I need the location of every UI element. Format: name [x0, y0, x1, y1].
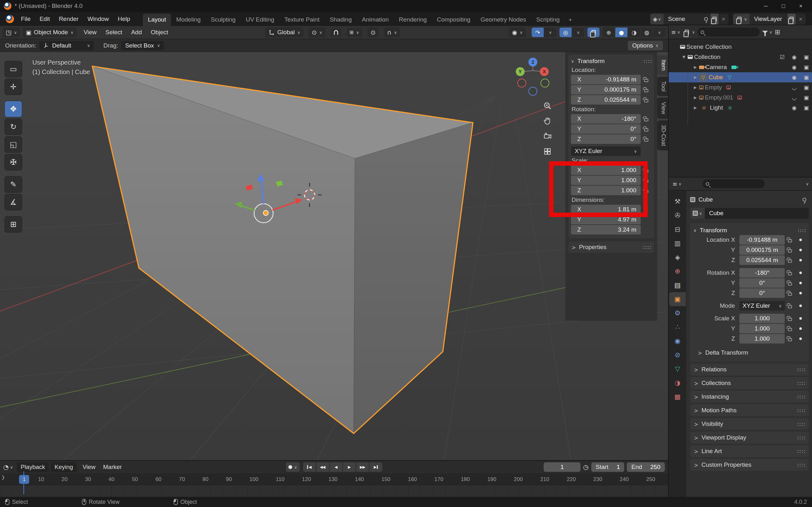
new-view-layer-button[interactable]	[788, 14, 796, 24]
animate-property-dot[interactable]	[799, 282, 802, 284]
disclosure-triangle-icon[interactable]: ▶	[692, 65, 699, 69]
object-name[interactable]: Scene Collection	[687, 43, 732, 50]
object-name[interactable]: Light	[710, 104, 723, 111]
transform-panel-header[interactable]: ∨ Transform	[571, 56, 652, 66]
workspace-tab[interactable]: Scripting	[531, 14, 565, 26]
property-field[interactable]: 0°∨	[740, 278, 785, 288]
hide-in-viewport-toggle[interactable]: ◉	[791, 74, 798, 80]
timeline-ruler[interactable]: 1 10203040506070809010011012013014015016…	[0, 473, 668, 486]
new-scene-button[interactable]	[711, 14, 718, 24]
property-field[interactable]: 0.025544 m∨	[740, 256, 785, 265]
workspace-tab[interactable]: Layout	[143, 14, 171, 26]
object-name[interactable]: Cube	[709, 74, 723, 81]
view-layer-name[interactable]: ViewLayer	[750, 15, 788, 22]
new-collection-button[interactable]: ⊞	[775, 28, 780, 36]
object-name[interactable]: Collection	[694, 54, 720, 60]
hide-in-viewport-toggle[interactable]: ◡	[791, 84, 798, 91]
unlock-icon[interactable]	[644, 89, 648, 92]
transport-button[interactable]: ◀	[329, 462, 342, 472]
unlock-icon[interactable]	[788, 338, 792, 341]
outliner-row[interactable]: ▼ Collection ☑ ◉ ▣	[669, 52, 812, 62]
tool-button[interactable]: ↻	[4, 118, 22, 135]
drag-selector[interactable]: Select Box∨	[121, 41, 164, 50]
maximize-button[interactable]: □	[782, 3, 785, 9]
proportional-editing-toggle[interactable]: ⊙	[367, 27, 379, 38]
toggle-orthographic-button[interactable]	[541, 145, 554, 158]
outliner-editor-type-button[interactable]: ≡∨	[671, 29, 680, 36]
view-layer-selector[interactable]: ∨ ViewLayer ×	[733, 14, 806, 24]
disclosure-triangle-icon[interactable]: ▶	[692, 85, 699, 90]
disclosure-triangle-icon[interactable]: ▶	[692, 106, 699, 110]
timeline-editor-type-button[interactable]: ◔∨	[3, 463, 13, 471]
outliner-row[interactable]: ▶ Camera ◉ ▣	[669, 62, 812, 72]
number-field[interactable]: X-180°	[571, 114, 641, 124]
properties-tab[interactable]: ⚒	[670, 194, 685, 209]
unlock-icon[interactable]	[788, 328, 792, 331]
tool-button[interactable]: ▭	[4, 61, 22, 77]
animate-property-dot[interactable]	[799, 292, 802, 294]
property-field[interactable]: XYZ Euler∨	[740, 301, 785, 311]
workspace-tab[interactable]: Rendering	[394, 14, 432, 26]
properties-tab[interactable]: ⊕	[670, 264, 685, 278]
nav-axis-x-neg[interactable]	[517, 78, 526, 88]
panel-grip-icon[interactable]	[797, 409, 805, 412]
workspace-tab[interactable]: Texture Paint	[279, 14, 324, 26]
properties-tab[interactable]: ⚙	[670, 306, 685, 320]
stopwatch-icon[interactable]: ◷	[583, 463, 589, 471]
nav-axis-x[interactable]: X	[540, 67, 549, 76]
transport-button[interactable]: ▶	[369, 462, 382, 472]
hide-in-viewport-toggle[interactable]: ◉	[791, 54, 798, 60]
show-overlays-toggle[interactable]: ◎	[560, 27, 571, 37]
transport-button[interactable]: ◀	[303, 462, 316, 472]
unlock-icon[interactable]	[644, 99, 648, 102]
outliner-row[interactable]: Scene Collection	[669, 42, 812, 52]
current-frame-field[interactable]: 1	[544, 462, 580, 472]
n-panel-tab[interactable]: View	[657, 98, 668, 119]
object-name[interactable]: Camera	[705, 64, 727, 71]
properties-tab[interactable]: ▤	[670, 278, 685, 292]
properties-tab[interactable]: ⊘	[670, 348, 685, 362]
workspace-tab[interactable]: UV Editing	[241, 14, 280, 26]
frame-start-field[interactable]: Start1	[591, 462, 624, 472]
transport-button[interactable]: ▶	[343, 462, 356, 472]
gizmo-dropdown[interactable]: ∨	[544, 27, 556, 37]
workspace-tab[interactable]: Shading	[324, 14, 357, 26]
current-frame-marker[interactable]: 1	[19, 475, 29, 484]
minimize-button[interactable]: ─	[764, 3, 768, 9]
unlock-icon[interactable]	[788, 292, 792, 296]
number-field[interactable]: Z3.24 m	[571, 225, 641, 234]
disable-in-renders-toggle[interactable]: ▣	[803, 54, 810, 60]
remove-view-layer-button[interactable]: ×	[796, 15, 806, 23]
object-name-field[interactable]: Cube	[705, 208, 809, 219]
workspace-tab[interactable]: Animation	[357, 14, 394, 26]
viewport-menu[interactable]: View	[79, 27, 101, 38]
n-panel-tab[interactable]: 3D-Coat	[657, 120, 668, 151]
snap-toggle[interactable]	[331, 29, 341, 37]
animate-property-dot[interactable]	[799, 337, 802, 340]
tool-button[interactable]: ◱	[4, 136, 22, 153]
panel-grip-icon[interactable]	[797, 422, 805, 426]
hide-in-viewport-toggle[interactable]: ◉	[791, 105, 798, 111]
property-field[interactable]: 1.000∨	[740, 314, 785, 323]
unlock-icon[interactable]	[644, 128, 648, 131]
viewport-menu[interactable]: Add	[126, 27, 146, 38]
pin-icon[interactable]	[704, 17, 708, 21]
object-id-icon[interactable]: ∨	[690, 208, 705, 219]
unlock-icon[interactable]	[788, 272, 792, 275]
properties-editor-type-button[interactable]: ≡∨	[672, 181, 681, 187]
pin-icon[interactable]	[803, 198, 806, 202]
unlock-icon[interactable]	[788, 239, 792, 242]
proportional-falloff-selector[interactable]: ∩∨	[384, 27, 400, 38]
tool-button[interactable]: ✠	[4, 154, 22, 170]
timeline-menu[interactable]: Marker	[99, 462, 125, 472]
viewport-3d[interactable]: User Perspective (1) Collection | Cube ▭…	[0, 52, 668, 460]
animate-property-dot[interactable]	[799, 259, 802, 262]
auto-keying-button[interactable]: ∨	[286, 462, 300, 472]
scene-selector[interactable]: ◈∨ Scene ×	[650, 14, 728, 24]
n-panel-tab[interactable]: Item	[657, 55, 668, 75]
collapsed-panel[interactable]: > Motion Paths	[690, 404, 809, 416]
outliner-row[interactable]: ▶ Empty ◡ ▣	[669, 82, 812, 93]
panel-grip-icon[interactable]	[797, 368, 805, 372]
collapsed-panel[interactable]: > Custom Properties	[690, 459, 809, 471]
tool-button[interactable]: ✥	[4, 101, 22, 117]
